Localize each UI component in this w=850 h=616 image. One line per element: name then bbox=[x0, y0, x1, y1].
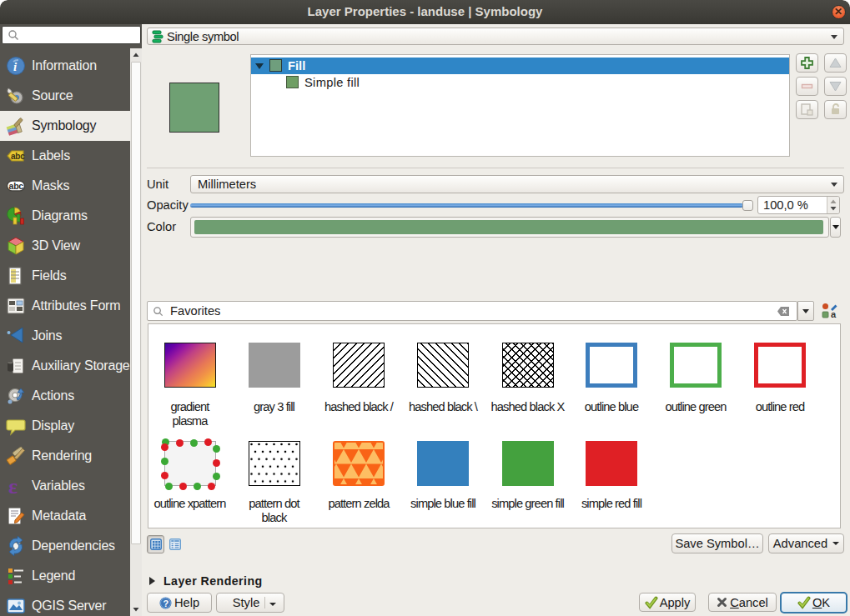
svg-text:abc: abc bbox=[9, 181, 24, 191]
svg-text:ε: ε bbox=[8, 476, 18, 496]
svg-text:abc: abc bbox=[11, 152, 25, 161]
svg-text:?: ? bbox=[163, 598, 168, 608]
svg-text:a: a bbox=[831, 309, 837, 319]
